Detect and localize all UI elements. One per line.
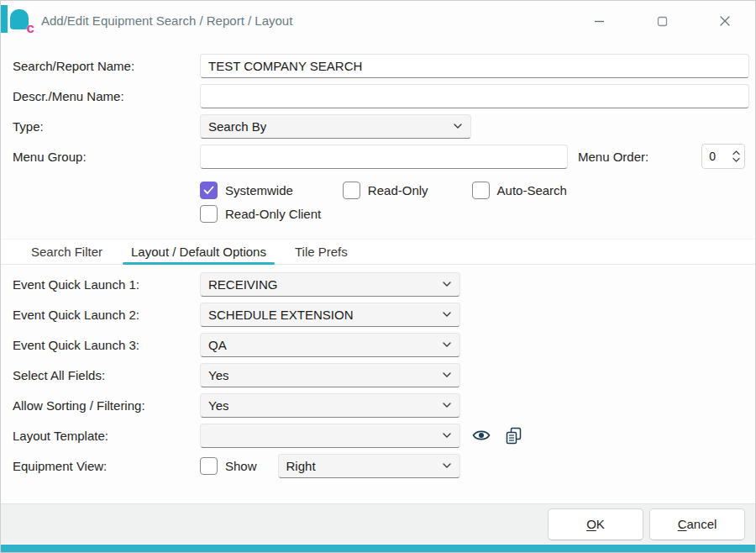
maximize-icon — [657, 16, 668, 27]
event-quick-launch-1-value: RECEIVING — [208, 277, 278, 292]
chevron-down-icon — [442, 340, 452, 350]
read-only-client-checkbox[interactable]: Read-Only Client — [200, 205, 321, 223]
spinner-down-icon[interactable] — [732, 157, 740, 162]
form-row: Event Quick Launch 1: RECEIVING — [13, 271, 749, 297]
systemwide-checkbox[interactable]: Systemwide — [200, 182, 293, 199]
read-only-client-checkbox-box[interactable] — [200, 205, 218, 223]
event-quick-launch-3-dropdown[interactable]: QA — [200, 333, 460, 357]
equipment-view-value: Right — [286, 459, 316, 473]
layout-template-dropdown[interactable] — [200, 424, 460, 448]
chevron-down-icon — [442, 370, 452, 380]
systemwide-checkbox-box[interactable] — [200, 182, 218, 199]
form-row: Descr./Menu Name: — [13, 83, 749, 108]
equipment-view-dropdown[interactable]: Right — [278, 454, 460, 478]
window-title: Add/Edit Equipment Search / Report / Lay… — [41, 1, 292, 41]
layout-template-label: Layout Template: — [13, 429, 200, 443]
event-quick-launch-3-value: QA — [208, 338, 227, 352]
form-area: Search/Report Name: Descr./Menu Name: Ty… — [13, 53, 749, 224]
allow-sorting-filtering-dropdown[interactable]: Yes — [200, 393, 460, 418]
eye-icon — [472, 429, 491, 442]
tab-strip: Search Filter Layout / Default Options T… — [1, 239, 755, 265]
event-quick-launch-1-dropdown[interactable]: RECEIVING — [200, 272, 460, 297]
search-report-name-input[interactable] — [200, 54, 749, 78]
select-all-fields-dropdown[interactable]: Yes — [200, 363, 460, 387]
form-row: Select All Fields: Yes — [13, 362, 749, 387]
copy-layout-button[interactable] — [502, 424, 524, 446]
chevron-down-icon — [442, 309, 452, 319]
descr-menu-name-label: Descr./Menu Name: — [13, 89, 200, 103]
minimize-icon — [594, 16, 605, 27]
footer-bar: OK Cancel — [1, 503, 755, 544]
chevron-down-icon — [442, 400, 452, 410]
spinner-up-icon[interactable] — [732, 150, 740, 155]
chevron-down-icon — [442, 461, 452, 471]
read-only-client-label: Read-Only Client — [225, 207, 321, 221]
form-row: Type: Search By — [13, 113, 749, 139]
checkbox-row: Systemwide Read-Only Auto-Search — [200, 179, 749, 201]
menu-order-value: 0 — [702, 150, 732, 163]
search-report-name-label: Search/Report Name: — [13, 59, 200, 73]
equipment-view-label: Equipment View: — [13, 459, 200, 473]
read-only-checkbox-box[interactable] — [343, 182, 360, 199]
cancel-button-label: ancel — [686, 517, 717, 531]
type-dropdown-value: Search By — [208, 119, 266, 134]
edge-accent-stripe — [1, 5, 8, 33]
form-row: Equipment View: Show Right — [13, 453, 749, 478]
tab-layout-default-options[interactable]: Layout / Default Options — [121, 240, 276, 264]
descr-menu-name-input[interactable] — [200, 84, 749, 108]
ok-button-label: K — [596, 517, 605, 531]
accent-bottom-bar — [1, 545, 755, 553]
form-row: Allow Sorting / Filtering: Yes — [13, 392, 749, 418]
equipment-view-show-checkbox-box[interactable] — [200, 457, 218, 475]
read-only-checkbox[interactable]: Read-Only — [343, 182, 428, 199]
preview-layout-button[interactable] — [470, 424, 492, 446]
event-quick-launch-2-value: SCHEDULE EXTENSION — [208, 308, 354, 322]
systemwide-label: Systemwide — [225, 183, 293, 198]
dialog-window: c Add/Edit Equipment Search / Report / L… — [0, 0, 756, 553]
ok-button[interactable]: OK — [548, 508, 643, 540]
maximize-button[interactable] — [648, 8, 675, 34]
form-row: Search/Report Name: — [13, 53, 749, 78]
form-row: Event Quick Launch 3: QA — [13, 332, 749, 357]
type-label: Type: — [13, 119, 200, 134]
ok-button-accesskey: O — [586, 517, 596, 531]
menu-group-input[interactable] — [200, 145, 568, 169]
allow-sorting-filtering-label: Allow Sorting / Filtering: — [13, 398, 200, 413]
auto-search-checkbox[interactable]: Auto-Search — [472, 182, 567, 199]
type-dropdown[interactable]: Search By — [200, 114, 471, 139]
title-bar: c Add/Edit Equipment Search / Report / L… — [1, 1, 755, 41]
auto-search-checkbox-box[interactable] — [472, 182, 490, 199]
equipment-view-show-label: Show — [225, 459, 257, 473]
read-only-label: Read-Only — [368, 183, 428, 198]
tab-tile-prefs[interactable]: Tile Prefs — [285, 240, 358, 264]
allow-sorting-filtering-value: Yes — [208, 398, 228, 413]
chevron-down-icon — [453, 121, 463, 131]
form-row: Layout Template: — [13, 423, 749, 448]
menu-order-spinner[interactable]: 0 — [701, 144, 745, 169]
app-logo-letter: c — [27, 21, 34, 35]
event-quick-launch-2-dropdown[interactable]: SCHEDULE EXTENSION — [200, 303, 460, 327]
cancel-button[interactable]: Cancel — [649, 508, 745, 540]
chevron-down-icon — [442, 279, 452, 289]
minimize-button[interactable] — [585, 8, 612, 34]
menu-group-label: Menu Group: — [13, 150, 200, 164]
auto-search-label: Auto-Search — [497, 183, 567, 198]
tab-search-filter[interactable]: Search Filter — [21, 240, 113, 264]
event-quick-launch-3-label: Event Quick Launch 3: — [13, 338, 200, 352]
close-button[interactable] — [711, 8, 738, 34]
select-all-fields-value: Yes — [208, 368, 228, 382]
checkbox-row: Read-Only Client — [200, 203, 749, 224]
form-row: Event Quick Launch 2: SCHEDULE EXTENSION — [13, 302, 749, 327]
menu-order-label: Menu Order: — [578, 150, 648, 164]
event-quick-launch-1-label: Event Quick Launch 1: — [13, 277, 200, 292]
equipment-view-show-checkbox[interactable]: Show — [200, 457, 257, 475]
app-logo-icon: c — [10, 9, 34, 33]
cancel-button-accesskey: C — [678, 517, 687, 531]
chevron-down-icon — [442, 430, 452, 440]
layout-default-options-panel: Event Quick Launch 1: RECEIVING Event Qu… — [13, 271, 749, 483]
copy-icon — [505, 427, 522, 445]
check-icon — [203, 186, 214, 195]
event-quick-launch-2-label: Event Quick Launch 2: — [13, 308, 200, 322]
close-icon — [719, 15, 731, 27]
form-row: Menu Group: Menu Order: 0 — [13, 144, 749, 169]
